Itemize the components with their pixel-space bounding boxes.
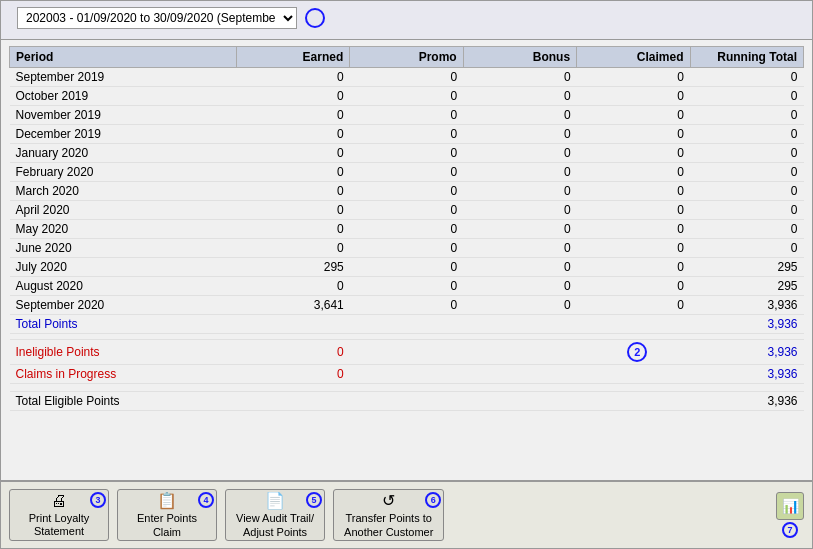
cell-bonus: 0 — [463, 144, 576, 163]
cell-running-total: 0 — [690, 201, 803, 220]
transfer-icon: ↺ — [382, 491, 395, 510]
document-icon: 📄 — [265, 491, 285, 510]
table-row: February 2020 0 0 0 0 0 — [10, 163, 804, 182]
claims-in-progress-row: Claims in Progress 0 3,936 — [10, 365, 804, 384]
cell-earned: 0 — [236, 277, 349, 296]
audit-trail-button[interactable]: 5 📄 View Audit Trail/Adjust Points — [225, 489, 325, 541]
cell-claimed: 0 — [577, 163, 690, 182]
printer-icon: 🖨 — [51, 492, 67, 510]
button-bar: 3 🖨 Print LoyaltyStatement 4 📋 Enter Poi… — [1, 480, 812, 548]
cell-period: March 2020 — [10, 182, 237, 201]
print-loyalty-button[interactable]: 3 🖨 Print LoyaltyStatement — [9, 489, 109, 541]
total-points-label: Total Points — [10, 315, 691, 334]
focus-period-select[interactable]: 202003 - 01/09/2020 to 30/09/2020 (Septe… — [17, 7, 297, 29]
statement-period-block — [345, 11, 351, 25]
ineligible-claimed: 2 — [577, 340, 690, 365]
cell-claimed: 0 — [577, 277, 690, 296]
cell-running-total: 295 — [690, 258, 803, 277]
cell-running-total: 0 — [690, 106, 803, 125]
ineligible-points-row: Ineligible Points 0 2 3,936 — [10, 340, 804, 365]
cell-bonus: 0 — [463, 87, 576, 106]
cell-period: November 2019 — [10, 106, 237, 125]
eligible-running: 3,936 — [690, 392, 803, 411]
cell-bonus: 0 — [463, 296, 576, 315]
claims-label: Claims in Progress — [10, 365, 237, 384]
small-button-wrapper: 📊 7 — [776, 492, 804, 538]
badge-6: 6 — [425, 492, 441, 508]
cell-running-total: 0 — [690, 220, 803, 239]
cell-running-total: 0 — [690, 125, 803, 144]
cell-earned: 0 — [236, 220, 349, 239]
cell-promo: 0 — [350, 201, 463, 220]
audit-trail-label: View Audit Trail/Adjust Points — [236, 512, 314, 538]
cell-promo: 0 — [350, 296, 463, 315]
cell-running-total: 0 — [690, 239, 803, 258]
cell-promo: 0 — [350, 277, 463, 296]
cell-claimed: 0 — [577, 182, 690, 201]
enter-points-button[interactable]: 4 📋 Enter PointsClaim — [117, 489, 217, 541]
cell-period: July 2020 — [10, 258, 237, 277]
cell-earned: 0 — [236, 87, 349, 106]
cell-running-total: 0 — [690, 68, 803, 87]
cell-period: September 2020 — [10, 296, 237, 315]
loyalty-table: Period Earned Promo Bonus Claimed Runnin… — [9, 46, 804, 411]
cell-running-total: 0 — [690, 182, 803, 201]
claims-running: 3,936 — [690, 365, 803, 384]
cell-bonus: 0 — [463, 106, 576, 125]
table-row: June 2020 0 0 0 0 0 — [10, 239, 804, 258]
small-action-button[interactable]: 📊 — [776, 492, 804, 520]
col-earned: Earned — [236, 47, 349, 68]
cell-claimed: 0 — [577, 125, 690, 144]
cell-period: September 2019 — [10, 68, 237, 87]
cell-earned: 0 — [236, 182, 349, 201]
transfer-points-button[interactable]: 6 ↺ Transfer Points toAnother Customer — [333, 489, 444, 541]
cell-period: August 2020 — [10, 277, 237, 296]
cell-promo: 0 — [350, 68, 463, 87]
cell-claimed: 0 — [577, 68, 690, 87]
cell-bonus: 0 — [463, 277, 576, 296]
ineligible-running: 3,936 — [690, 340, 803, 365]
table-row: September 2020 3,641 0 0 0 3,936 — [10, 296, 804, 315]
cell-promo: 0 — [350, 163, 463, 182]
cell-earned: 295 — [236, 258, 349, 277]
cell-bonus: 0 — [463, 182, 576, 201]
col-bonus: Bonus — [463, 47, 576, 68]
cell-claimed: 0 — [577, 144, 690, 163]
cell-bonus: 0 — [463, 201, 576, 220]
total-points-row: Total Points 3,936 — [10, 315, 804, 334]
ineligible-promo — [350, 340, 463, 365]
cell-promo: 0 — [350, 182, 463, 201]
cell-claimed: 0 — [577, 258, 690, 277]
eligible-label: Total Eligible Points — [10, 392, 691, 411]
claims-value: 0 — [236, 365, 349, 384]
cell-promo: 0 — [350, 87, 463, 106]
total-points-value: 3,936 — [690, 315, 803, 334]
ineligible-value: 0 — [236, 340, 349, 365]
col-period: Period — [10, 47, 237, 68]
cell-claimed: 0 — [577, 296, 690, 315]
cell-period: February 2020 — [10, 163, 237, 182]
cell-claimed: 0 — [577, 87, 690, 106]
cell-bonus: 0 — [463, 239, 576, 258]
ineligible-label: Ineligible Points — [10, 340, 237, 365]
cell-period: January 2020 — [10, 144, 237, 163]
cell-period: October 2019 — [10, 87, 237, 106]
col-running-total: Running Total — [690, 47, 803, 68]
badge-1 — [305, 8, 325, 28]
cell-bonus: 0 — [463, 125, 576, 144]
cell-earned: 0 — [236, 144, 349, 163]
cell-period: May 2020 — [10, 220, 237, 239]
cell-earned: 0 — [236, 125, 349, 144]
table-row: August 2020 0 0 0 0 295 — [10, 277, 804, 296]
cell-claimed: 0 — [577, 106, 690, 125]
table-row: September 2019 0 0 0 0 0 — [10, 68, 804, 87]
transfer-points-label: Transfer Points toAnother Customer — [344, 512, 433, 538]
total-eligible-row: Total Eligible Points 3,936 — [10, 392, 804, 411]
cell-claimed: 0 — [577, 239, 690, 258]
col-promo: Promo — [350, 47, 463, 68]
cell-running-total: 0 — [690, 144, 803, 163]
cell-earned: 3,641 — [236, 296, 349, 315]
cell-running-total: 3,936 — [690, 296, 803, 315]
table-row: March 2020 0 0 0 0 0 — [10, 182, 804, 201]
cell-running-total: 295 — [690, 277, 803, 296]
